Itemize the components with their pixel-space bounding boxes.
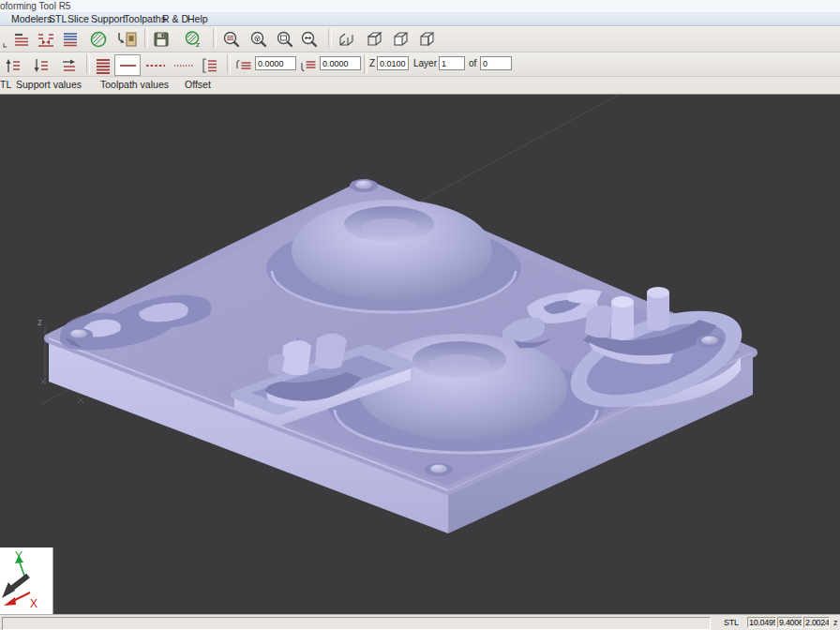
application-window: oforming Tool R5 Modelers STL Slice Supp… — [0, 0, 840, 630]
zoom-cube-icon — [249, 30, 268, 49]
bracket-bottom-lines-icon — [299, 56, 318, 75]
z-height-field[interactable] — [377, 56, 409, 70]
stl-layers-button[interactable] — [10, 28, 33, 50]
view-cube-front-icon — [391, 30, 412, 49]
zoom-window-button[interactable] — [274, 28, 296, 50]
menu-bar: Modelers STL Slice Support Toolpaths R &… — [0, 13, 840, 26]
layers-right-button[interactable] — [58, 54, 81, 76]
support-hatch-circle-icon — [89, 30, 108, 49]
menu-rnd[interactable]: R & D — [162, 13, 188, 25]
save-floppy-icon — [152, 30, 171, 49]
z-suffix: z — [196, 40, 200, 49]
toolbar-separator — [364, 54, 368, 74]
clipped-toolbar-button[interactable] — [0, 28, 9, 50]
layers-up-icon — [4, 56, 22, 75]
slice-collapse-icon — [37, 30, 55, 49]
view-cube-top-button[interactable] — [364, 28, 386, 50]
status-bar: STL 10.0495 9.4006 2.0024 z — [0, 614, 840, 630]
line-single-button[interactable] — [114, 54, 141, 76]
tab-bar: STL Support values Toolpath values Offse… — [0, 77, 840, 95]
send-to-machine-button[interactable] — [114, 28, 141, 50]
z-axis-label: z — [38, 317, 42, 327]
line-dotted-icon — [144, 56, 167, 75]
toolbar-separator — [86, 54, 90, 74]
lines-multi-button[interactable] — [92, 54, 114, 76]
toolbar-separator — [213, 28, 217, 48]
toolbar-separator — [144, 28, 148, 48]
zoom-layers-button[interactable] — [220, 28, 243, 50]
view-cube-right-icon — [417, 30, 438, 49]
offset-top-field[interactable] — [255, 56, 296, 70]
layers-right-icon — [60, 56, 79, 75]
view-cube-front-button[interactable] — [390, 28, 412, 50]
layer-total-field[interactable] — [480, 56, 512, 70]
menu-help[interactable]: Help — [188, 13, 208, 25]
menu-support[interactable]: Support — [91, 13, 126, 25]
offset-bottom-tool[interactable] — [298, 54, 319, 76]
zoom-layers-icon — [222, 30, 241, 49]
status-message-panel — [2, 617, 711, 630]
tab-offset[interactable]: Offset — [185, 77, 211, 93]
clipped-icon — [0, 30, 8, 49]
z-label: Z — [369, 58, 375, 68]
axis-triad-overlay: Y X — [0, 548, 53, 614]
viewport-3d-scene[interactable]: z — [0, 95, 840, 614]
lines-bracket-button[interactable] — [199, 54, 221, 76]
lines-bracket-icon — [201, 56, 219, 75]
layers-up-button[interactable] — [2, 54, 24, 76]
status-mode-label: STL — [724, 618, 739, 627]
support-button[interactable] — [87, 28, 110, 50]
slice-collapse-button[interactable] — [35, 28, 57, 50]
tab-stl[interactable]: STL — [0, 77, 11, 93]
zoom-cube-button[interactable] — [248, 28, 270, 50]
layer-stack-button[interactable] — [59, 28, 82, 50]
tab-toolpath-values[interactable]: Toolpath values — [100, 77, 169, 93]
status-z-value: 2.0024 — [803, 617, 830, 628]
view-cube-top-icon — [365, 30, 385, 49]
layer-label: Layer — [413, 58, 437, 68]
z-axis-arrow — [11, 576, 28, 589]
view-cube-right-button[interactable] — [416, 28, 439, 50]
layer-field[interactable] — [439, 56, 465, 70]
line-single-icon — [117, 56, 138, 75]
toolbar-separator — [227, 54, 231, 74]
x-axis-label: X — [30, 597, 38, 610]
zoom-pan-icon — [300, 30, 319, 49]
lines-multi-icon — [94, 56, 112, 75]
stl-layers-icon — [12, 30, 31, 49]
status-x-value: 10.0495 — [747, 617, 776, 628]
view-cube-open-icon — [337, 30, 357, 49]
menu-toolpaths[interactable]: Toolpaths — [124, 13, 166, 25]
offset-bottom-field[interactable] — [320, 56, 361, 70]
zoom-pan-button[interactable] — [298, 28, 321, 50]
line-dotted-button[interactable] — [142, 54, 169, 76]
toolbar-separator — [328, 28, 332, 48]
machine-icon — [116, 30, 139, 49]
offset-top-tool[interactable] — [233, 54, 254, 76]
window-title: oforming Tool R5 — [0, 0, 70, 12]
support-z-button[interactable]: z — [182, 28, 204, 50]
line-dashed-button[interactable] — [171, 54, 197, 76]
status-y-value: 9.4006 — [777, 617, 802, 628]
tab-support-values[interactable]: Support values — [16, 77, 82, 93]
toolbar-main: z — [0, 26, 840, 52]
bracket-top-lines-icon — [234, 56, 253, 75]
view-cube-open-button[interactable] — [336, 28, 358, 50]
zoom-window-icon — [276, 30, 294, 49]
menu-stl[interactable]: STL — [49, 13, 67, 25]
y-axis-label: Y — [15, 549, 22, 562]
save-button[interactable] — [150, 28, 172, 50]
of-label: of — [469, 58, 476, 68]
support-z-icon: z — [184, 30, 202, 49]
layers-down-button[interactable] — [30, 54, 52, 76]
toolbar-layers: Z Layer of — [0, 52, 840, 77]
viewport-3d[interactable]: z — [0, 95, 840, 614]
menu-modelers[interactable]: Modelers — [11, 13, 52, 25]
status-axis-label: z — [833, 618, 837, 627]
window-titlebar: oforming Tool R5 — [0, 0, 840, 13]
menu-slice[interactable]: Slice — [68, 13, 89, 25]
line-dashed-icon — [172, 56, 195, 75]
layers-down-icon — [32, 56, 51, 75]
layer-stack-icon — [61, 30, 80, 49]
mold-plate — [49, 179, 755, 533]
